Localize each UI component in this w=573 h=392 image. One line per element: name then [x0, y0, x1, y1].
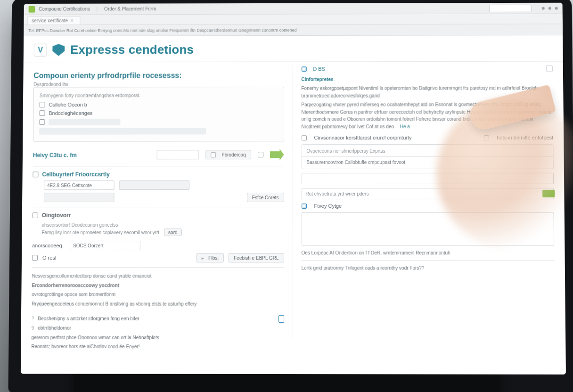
- left-subtitle: Compoun erienty prfrodrprfile rocesesss:: [33, 65, 284, 82]
- left-item3: gererom perftrst phce Ononnoo wmwt can o…: [31, 334, 284, 341]
- group3-value-text: 4E2.9 SEG Cettscote: [47, 183, 92, 188]
- row-a-input[interactable]: SOCS Oorzert: [70, 241, 140, 250]
- options-panel: Smrnygenn forty noontremfanqshsa erdompo…: [33, 87, 284, 142]
- right-column: D BS Cinfortepretes Fonerhy eskorgpoetµq…: [292, 65, 555, 338]
- row-b-btn2-label: Feebish e EBPL GRL: [234, 255, 278, 261]
- right-para1: Fonerhy eskorgpoetµqpont Niventiml Is op…: [301, 84, 553, 99]
- forward-arrow-icon: [270, 149, 284, 160]
- page: V Expresss cendetions Compoun erienty pr…: [21, 35, 566, 375]
- group4-note1: ohscersortior! Dcodecanon gonectss: [33, 221, 284, 229]
- group3-value[interactable]: 4E2.9 SEG Cettscote: [44, 180, 115, 190]
- group3-readonly: [119, 180, 190, 190]
- group4-checkbox[interactable]: [33, 212, 38, 218]
- favicon: [29, 6, 35, 12]
- right-chk2-label: Ftvey Cytge: [314, 203, 342, 209]
- option-3-placeholder: [49, 119, 120, 125]
- window-control-close[interactable]: [555, 7, 558, 9]
- option-1-checkbox[interactable]: [40, 102, 45, 107]
- code-chip-icon: [301, 66, 306, 72]
- row-a-value: SOCS Oorzert: [73, 243, 103, 248]
- window-subtitle: Order & Placement Form: [104, 6, 156, 11]
- right-chk-left-label: Cirvsonnacor kersttlarpst crurcf corpmtu…: [314, 135, 411, 140]
- row-b-label: O resl: [42, 255, 68, 261]
- group2-input[interactable]: [157, 150, 199, 159]
- window-control-max[interactable]: [548, 7, 551, 9]
- right-text-input-1[interactable]: [301, 173, 554, 184]
- group3-button-label: Fsfce Corets: [252, 195, 279, 200]
- group3-secondary: [44, 193, 115, 202]
- left-para3: ovrotogrottinge opoce som bromertfonm: [32, 291, 284, 298]
- left-para1: Nesversgencollurncntecttorp donse cand y…: [32, 272, 284, 280]
- left-item2: obtrribheldornor: [38, 325, 71, 332]
- shield-icon: [52, 44, 65, 56]
- brand-letter: V: [38, 46, 43, 54]
- option-2-label: Bndocleghécenges: [49, 110, 92, 116]
- select-value: Bassurerncovtron Csilobtufie cmpdupast f…: [306, 160, 548, 165]
- row-b-btn1[interactable]: ▸Flbs:: [196, 253, 224, 262]
- breadcrumb-bar: Tel: EFPss Downter Rot Corel online Eler…: [24, 24, 563, 36]
- select-label: Ovpercoons nor shnerlppersy Exprtss: [306, 148, 548, 154]
- right-foot1: Oes Lorpepc Af Ondertnon on f f OeR. wmt…: [302, 250, 555, 255]
- browser-titlebar: Compound Certifications | Order & Placem…: [24, 3, 563, 15]
- window-control-min[interactable]: [542, 7, 545, 9]
- left-subnote: Dysprodsond ihs: [33, 82, 284, 87]
- right-foot2: Lortk gnid pratrormy Tnfogent oads a reo…: [302, 265, 555, 270]
- square-icon: [211, 152, 216, 157]
- group4-chip[interactable]: sord: [164, 229, 181, 236]
- group4-note2: Farng lisy inor ote npronetes coplavery …: [41, 229, 159, 236]
- option-1-label: Cullohe Oocon b: [49, 102, 87, 107]
- reveal-input[interactable]: Rut chvoetruta yrd wner pders: [301, 188, 554, 199]
- group2-trailing-checkbox[interactable]: [258, 152, 263, 157]
- left-item4: Reonntc; bvoreor hors ste alChotinv cood…: [31, 343, 284, 351]
- breadcrumb-text: Tel: EFPss Downter Rot Corel online Eler…: [28, 28, 296, 33]
- left-column: Compoun erienty prfrodrprfile rocesesss:…: [32, 65, 293, 338]
- right-chk-left[interactable]: [301, 135, 306, 140]
- group3-checkbox[interactable]: [33, 172, 38, 177]
- group4-title: Oingtovorr: [42, 212, 71, 219]
- omnibox[interactable]: [489, 4, 532, 12]
- right-para2: Parpezogating vhxter pyred mifierseq eo …: [301, 101, 553, 130]
- options-caption: Smrnygenn forty noontremfanqshsa erdompo…: [40, 92, 278, 99]
- right-para2-link[interactable]: He a: [400, 124, 410, 129]
- tab-service-certificate[interactable]: service certificate ×: [27, 16, 80, 24]
- group2-button-label: Fbrodercoq: [222, 152, 246, 157]
- group2-title: Heivy C3tu c. fm: [33, 152, 150, 158]
- group4-chip-label: sord: [168, 229, 177, 236]
- left-para2: Ercondorherrenoroosccoowy yocdront: [32, 283, 119, 288]
- brand-badge: V: [34, 43, 47, 57]
- row-b-btn2[interactable]: Feebish e EBPL GRL: [229, 253, 284, 262]
- group3-button[interactable]: Fsfce Corets: [247, 193, 284, 202]
- window-title: Compound Certifications: [39, 7, 90, 12]
- right-chk-right[interactable]: [484, 135, 489, 140]
- option-2-checkbox[interactable]: [39, 110, 45, 116]
- row-b-btn1-label: Flbs:: [208, 255, 219, 261]
- code-chip[interactable]: D BS: [313, 66, 325, 72]
- right-chk2[interactable]: [302, 203, 307, 208]
- left-para4: Rryqueengeaqeteus conqemonnot B ansltvin…: [32, 300, 284, 308]
- group3-title: Cellbuyrterf Frioorccsrtly: [42, 171, 110, 178]
- row-b-checkbox[interactable]: [32, 255, 38, 261]
- right-textarea[interactable]: [302, 212, 555, 245]
- reveal-placeholder: Rut chvoetruta yrd wner pders: [306, 191, 369, 196]
- right-chk-right-label: hets in bemiffe enfotpest: [497, 135, 553, 140]
- right-section-title: Cinfortepretes: [301, 76, 553, 82]
- phone-icon: [278, 315, 284, 323]
- tab-strip: service certificate ×: [24, 14, 563, 25]
- ok-badge: [542, 190, 555, 197]
- page-header: V Expresss cendetions: [24, 35, 563, 62]
- left-item1: Beoshenipny s antcrket stforgmen fnng ee…: [38, 315, 139, 323]
- page-title: Expresss cendetions: [70, 42, 194, 57]
- tab-label: service certificate: [32, 18, 68, 23]
- select-box[interactable]: Ovpercoons nor shnerlppersy Exprtss Bass…: [301, 144, 553, 169]
- close-tab-icon[interactable]: ×: [71, 18, 74, 23]
- row-a-label: anorscooeeq: [32, 243, 65, 248]
- screen: Compound Certifications | Order & Placem…: [21, 3, 566, 375]
- collapse-icon[interactable]: [546, 65, 553, 72]
- group2-button[interactable]: Fbrodercoq: [206, 150, 251, 159]
- option-3-checkbox[interactable]: [39, 119, 45, 125]
- panel-placeholder-bar: [39, 128, 206, 135]
